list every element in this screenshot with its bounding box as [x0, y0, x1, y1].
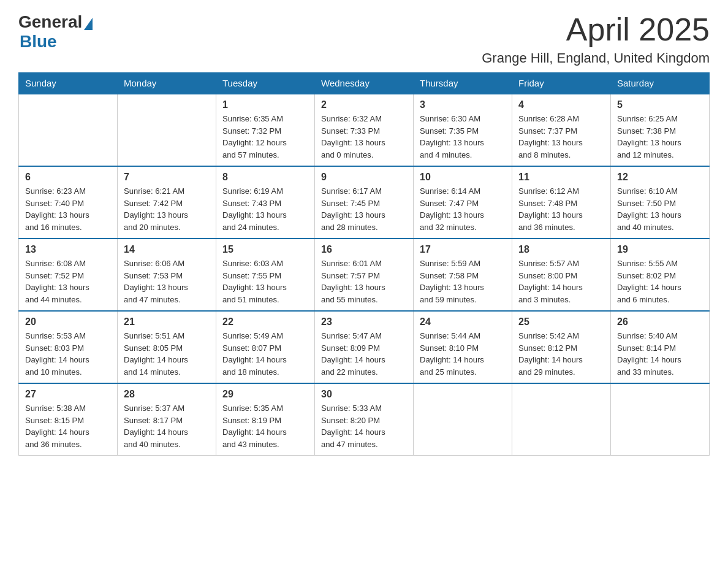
calendar-cell: 11Sunrise: 6:12 AM Sunset: 7:48 PM Dayli…: [512, 166, 611, 239]
col-header-wednesday: Wednesday: [315, 73, 414, 94]
day-info: Sunrise: 5:49 AM Sunset: 8:07 PM Dayligh…: [222, 330, 308, 378]
day-number: 17: [420, 244, 506, 255]
day-info: Sunrise: 6:03 AM Sunset: 7:55 PM Dayligh…: [222, 258, 308, 305]
day-number: 19: [617, 244, 703, 255]
day-number: 26: [617, 316, 703, 327]
day-number: 27: [25, 389, 111, 400]
day-number: 6: [25, 172, 111, 183]
day-info: Sunrise: 6:14 AM Sunset: 7:47 PM Dayligh…: [420, 185, 506, 233]
day-number: 3: [420, 99, 506, 110]
calendar-cell: 28Sunrise: 5:37 AM Sunset: 8:17 PM Dayli…: [118, 383, 216, 456]
day-number: 7: [124, 172, 210, 183]
calendar-cell: 27Sunrise: 5:38 AM Sunset: 8:15 PM Dayli…: [19, 383, 118, 456]
title-block: April 2025 Grange Hill, England, United …: [482, 12, 710, 66]
calendar-cell: [19, 94, 118, 166]
day-number: 15: [222, 244, 308, 255]
calendar-cell: [512, 383, 611, 456]
calendar-cell: 13Sunrise: 6:08 AM Sunset: 7:52 PM Dayli…: [19, 239, 118, 311]
col-header-sunday: Sunday: [19, 73, 118, 94]
calendar-cell: 10Sunrise: 6:14 AM Sunset: 7:47 PM Dayli…: [414, 166, 512, 239]
day-info: Sunrise: 6:23 AM Sunset: 7:40 PM Dayligh…: [25, 185, 111, 233]
calendar-cell: 8Sunrise: 6:19 AM Sunset: 7:43 PM Daylig…: [216, 166, 315, 239]
day-number: 18: [518, 244, 604, 255]
day-number: 23: [321, 316, 407, 327]
day-info: Sunrise: 5:44 AM Sunset: 8:10 PM Dayligh…: [420, 330, 506, 378]
col-header-saturday: Saturday: [611, 73, 710, 94]
week-row-4: 20Sunrise: 5:53 AM Sunset: 8:03 PM Dayli…: [19, 311, 710, 383]
calendar-cell: [118, 94, 216, 166]
day-info: Sunrise: 5:53 AM Sunset: 8:03 PM Dayligh…: [25, 330, 111, 378]
day-number: 24: [420, 316, 506, 327]
day-number: 2: [321, 99, 407, 110]
logo-triangle-icon: [84, 18, 93, 30]
day-info: Sunrise: 5:37 AM Sunset: 8:17 PM Dayligh…: [124, 402, 210, 450]
day-info: Sunrise: 5:42 AM Sunset: 8:12 PM Dayligh…: [518, 330, 604, 378]
day-number: 11: [518, 172, 604, 183]
day-number: 9: [321, 172, 407, 183]
col-header-monday: Monday: [118, 73, 216, 94]
day-number: 16: [321, 244, 407, 255]
day-info: Sunrise: 5:51 AM Sunset: 8:05 PM Dayligh…: [124, 330, 210, 378]
location-title: Grange Hill, England, United Kingdom: [482, 50, 710, 66]
logo-general-text: General: [18, 12, 82, 32]
day-number: 4: [518, 99, 604, 110]
day-number: 30: [321, 389, 407, 400]
calendar-cell: 17Sunrise: 5:59 AM Sunset: 7:58 PM Dayli…: [414, 239, 512, 311]
day-number: 1: [222, 99, 308, 110]
day-info: Sunrise: 6:01 AM Sunset: 7:57 PM Dayligh…: [321, 258, 407, 305]
day-info: Sunrise: 6:32 AM Sunset: 7:33 PM Dayligh…: [321, 113, 407, 161]
calendar-cell: 9Sunrise: 6:17 AM Sunset: 7:45 PM Daylig…: [315, 166, 414, 239]
calendar-cell: 23Sunrise: 5:47 AM Sunset: 8:09 PM Dayli…: [315, 311, 414, 383]
day-info: Sunrise: 5:40 AM Sunset: 8:14 PM Dayligh…: [617, 330, 703, 378]
month-title: April 2025: [482, 12, 710, 47]
calendar-cell: 3Sunrise: 6:30 AM Sunset: 7:35 PM Daylig…: [414, 94, 512, 166]
day-info: Sunrise: 6:06 AM Sunset: 7:53 PM Dayligh…: [124, 258, 210, 305]
logo-blue-text: Blue: [20, 32, 57, 52]
day-info: Sunrise: 6:12 AM Sunset: 7:48 PM Dayligh…: [518, 185, 604, 233]
calendar-cell: [414, 383, 512, 456]
calendar-cell: 16Sunrise: 6:01 AM Sunset: 7:57 PM Dayli…: [315, 239, 414, 311]
page-header: General Blue April 2025 Grange Hill, Eng…: [18, 12, 710, 66]
calendar-cell: 30Sunrise: 5:33 AM Sunset: 8:20 PM Dayli…: [315, 383, 414, 456]
day-info: Sunrise: 5:57 AM Sunset: 8:00 PM Dayligh…: [518, 258, 604, 305]
day-info: Sunrise: 5:55 AM Sunset: 8:02 PM Dayligh…: [617, 258, 703, 305]
calendar-cell: 19Sunrise: 5:55 AM Sunset: 8:02 PM Dayli…: [611, 239, 710, 311]
calendar-cell: 4Sunrise: 6:28 AM Sunset: 7:37 PM Daylig…: [512, 94, 611, 166]
day-info: Sunrise: 5:59 AM Sunset: 7:58 PM Dayligh…: [420, 258, 506, 305]
calendar-cell: [611, 383, 710, 456]
calendar-cell: 24Sunrise: 5:44 AM Sunset: 8:10 PM Dayli…: [414, 311, 512, 383]
calendar-cell: 15Sunrise: 6:03 AM Sunset: 7:55 PM Dayli…: [216, 239, 315, 311]
calendar-cell: 5Sunrise: 6:25 AM Sunset: 7:38 PM Daylig…: [611, 94, 710, 166]
day-info: Sunrise: 5:47 AM Sunset: 8:09 PM Dayligh…: [321, 330, 407, 378]
col-header-friday: Friday: [512, 73, 611, 94]
week-row-5: 27Sunrise: 5:38 AM Sunset: 8:15 PM Dayli…: [19, 383, 710, 456]
calendar-cell: 14Sunrise: 6:06 AM Sunset: 7:53 PM Dayli…: [118, 239, 216, 311]
day-info: Sunrise: 6:28 AM Sunset: 7:37 PM Dayligh…: [518, 113, 604, 161]
day-info: Sunrise: 5:33 AM Sunset: 8:20 PM Dayligh…: [321, 402, 407, 450]
day-number: 8: [222, 172, 308, 183]
day-number: 25: [518, 316, 604, 327]
logo: General Blue: [18, 12, 93, 52]
calendar-cell: 29Sunrise: 5:35 AM Sunset: 8:19 PM Dayli…: [216, 383, 315, 456]
day-info: Sunrise: 5:38 AM Sunset: 8:15 PM Dayligh…: [25, 402, 111, 450]
day-info: Sunrise: 6:25 AM Sunset: 7:38 PM Dayligh…: [617, 113, 703, 161]
day-info: Sunrise: 6:10 AM Sunset: 7:50 PM Dayligh…: [617, 185, 703, 233]
day-number: 22: [222, 316, 308, 327]
day-info: Sunrise: 5:35 AM Sunset: 8:19 PM Dayligh…: [222, 402, 308, 450]
col-header-thursday: Thursday: [414, 73, 512, 94]
day-number: 13: [25, 244, 111, 255]
day-info: Sunrise: 6:30 AM Sunset: 7:35 PM Dayligh…: [420, 113, 506, 161]
day-number: 21: [124, 316, 210, 327]
calendar-table: SundayMondayTuesdayWednesdayThursdayFrid…: [18, 72, 710, 456]
day-number: 20: [25, 316, 111, 327]
calendar-cell: 25Sunrise: 5:42 AM Sunset: 8:12 PM Dayli…: [512, 311, 611, 383]
day-number: 28: [124, 389, 210, 400]
calendar-cell: 21Sunrise: 5:51 AM Sunset: 8:05 PM Dayli…: [118, 311, 216, 383]
week-row-2: 6Sunrise: 6:23 AM Sunset: 7:40 PM Daylig…: [19, 166, 710, 239]
day-info: Sunrise: 6:35 AM Sunset: 7:32 PM Dayligh…: [222, 113, 308, 161]
day-info: Sunrise: 6:17 AM Sunset: 7:45 PM Dayligh…: [321, 185, 407, 233]
day-number: 5: [617, 99, 703, 110]
day-number: 29: [222, 389, 308, 400]
col-header-tuesday: Tuesday: [216, 73, 315, 94]
calendar-cell: 1Sunrise: 6:35 AM Sunset: 7:32 PM Daylig…: [216, 94, 315, 166]
